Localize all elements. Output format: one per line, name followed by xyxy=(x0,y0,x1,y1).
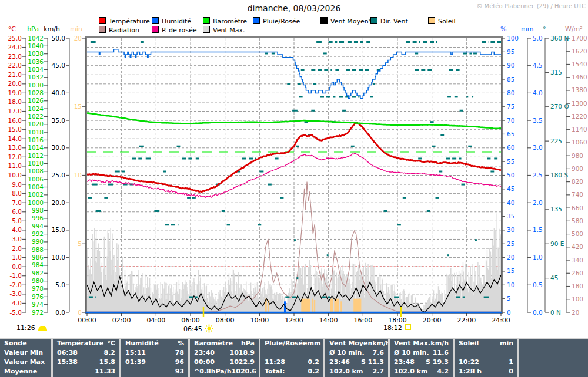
svg-text:35.0: 35.0 xyxy=(52,117,65,124)
svg-text:2.0: 2.0 xyxy=(533,199,543,206)
svg-text:10.0: 10.0 xyxy=(52,254,65,261)
table-col-pluie-ros-e: Pluie/Roséemm11:280.2Total:0.2 xyxy=(260,339,323,377)
col-row-1: 00:001022.9 xyxy=(190,358,259,367)
cell-label: 06:38 xyxy=(57,348,78,358)
svg-text:1032: 1032 xyxy=(28,73,44,80)
svg-text:1034: 1034 xyxy=(28,66,44,73)
svg-text:5: 5 xyxy=(78,240,82,247)
svg-text:0.5: 0.5 xyxy=(533,281,543,288)
svg-text:15: 15 xyxy=(507,267,514,274)
col-row-2: 11.33 xyxy=(53,367,119,376)
svg-text:994: 994 xyxy=(32,223,44,230)
col-header: Température°C xyxy=(53,339,119,348)
svg-text:225: 225 xyxy=(550,137,562,144)
cell-value: 78 xyxy=(175,348,184,358)
axis-unit-kmh: km/h xyxy=(44,25,60,33)
svg-text:10:00: 10:00 xyxy=(250,317,269,324)
row-label-2: Valeur Max xyxy=(0,358,51,367)
cell-label: Soleil xyxy=(459,339,479,348)
col-row-1: 10:221 xyxy=(455,358,517,367)
svg-text:1.5: 1.5 xyxy=(533,226,543,233)
svg-text:974: 974 xyxy=(32,301,44,308)
svg-text:986: 986 xyxy=(32,254,44,261)
col-header: BaromètrehPa xyxy=(190,339,259,348)
svg-text:5.0: 5.0 xyxy=(12,217,22,224)
svg-text:982: 982 xyxy=(32,270,44,277)
svg-text:-4.0: -4.0 xyxy=(10,299,22,307)
col-row-1: 23:46S 11.3 xyxy=(325,358,388,367)
svg-text:-2.0: -2.0 xyxy=(10,281,22,288)
svg-text:12:00: 12:00 xyxy=(285,317,303,324)
axis-direction: 360 N315270 O225180 S13590 E450 N xyxy=(545,35,569,316)
svg-text:15.0: 15.0 xyxy=(52,226,65,233)
svg-text:100: 100 xyxy=(507,35,519,42)
svg-text:978: 978 xyxy=(32,285,44,292)
svg-text:50.0: 50.0 xyxy=(52,35,65,42)
cell-label: Pluie/Rosée xyxy=(265,339,307,348)
table-col-empty xyxy=(519,339,588,377)
svg-text:14.0: 14.0 xyxy=(8,135,22,142)
svg-text:15.0: 15.0 xyxy=(8,126,22,133)
svg-text:1700: 1700 xyxy=(572,35,587,42)
cell-value: 0.2 xyxy=(308,358,320,367)
svg-text:40: 40 xyxy=(507,199,514,206)
svg-text:0: 0 xyxy=(507,309,511,316)
svg-text:0.0: 0.0 xyxy=(55,309,65,316)
axis-sun: 20151050 xyxy=(74,35,86,316)
svg-text:1010: 1010 xyxy=(28,160,44,167)
svg-text:0.0: 0.0 xyxy=(533,309,543,316)
cell-value: 4.2 xyxy=(437,367,449,376)
svg-text:1060: 1060 xyxy=(572,139,587,146)
svg-text:984: 984 xyxy=(32,261,44,268)
svg-text:1014: 1014 xyxy=(28,144,44,151)
col-row-2: 1:28 h0 xyxy=(455,367,517,376)
weather-station-dashboard: dimanche, 08/03/2026 © Météo Plabennec (… xyxy=(0,0,588,377)
sun-icon xyxy=(205,324,213,335)
svg-text:340: 340 xyxy=(572,257,583,264)
svg-text:16:00: 16:00 xyxy=(353,317,372,324)
stats-table: SondeValeur MinValeur MaxMoyenneTempérat… xyxy=(0,338,588,377)
svg-text:13.0: 13.0 xyxy=(8,144,22,151)
cell-label: Ø 10 min. xyxy=(394,348,429,358)
svg-text:30: 30 xyxy=(507,226,514,233)
table-col-vent-moyen: Vent Moyenkm/hØ 10 min.7.623:46S 11.3102… xyxy=(325,339,388,377)
cell-value: 8.2 xyxy=(104,348,116,358)
cell-label: 15:11 xyxy=(125,348,146,358)
cell-value: 0.2 xyxy=(308,367,320,376)
axis-unit-°C: °C xyxy=(8,25,16,33)
svg-text:4.5: 4.5 xyxy=(533,62,543,69)
cell-label: ^0.8hPa/h xyxy=(194,367,232,376)
svg-text:5.0: 5.0 xyxy=(55,281,65,288)
svg-text:1.0: 1.0 xyxy=(12,254,22,261)
svg-text:04:00: 04:00 xyxy=(146,317,165,324)
svg-text:2.0: 2.0 xyxy=(12,245,22,252)
svg-text:45: 45 xyxy=(507,185,514,192)
table-col-soleil: Soleilmin10:2211:28 h0 xyxy=(455,339,517,377)
cell-label: Ø 10 min. xyxy=(329,348,365,358)
cell-value: mm xyxy=(307,339,320,348)
svg-text:3.0: 3.0 xyxy=(533,144,543,151)
axis-pressure: 1042104010381036103410321030102810261024… xyxy=(28,35,48,316)
svg-text:1300: 1300 xyxy=(572,100,587,107)
svg-text:22.0: 22.0 xyxy=(8,62,22,69)
cell-value: 1020.6 xyxy=(232,367,256,376)
col-row-0: Ø 10 min.11.6 xyxy=(390,348,453,358)
table-col-row-labels: SondeValeur MinValeur MaxMoyenne xyxy=(0,339,51,377)
cell-label: Humidité xyxy=(125,339,159,348)
table-col-humidit-: Humidité%15:117801:399693 xyxy=(121,339,188,377)
svg-text:315: 315 xyxy=(550,69,562,76)
svg-text:5.0: 5.0 xyxy=(533,35,543,42)
col-row-0: Ø 10 min.7.6 xyxy=(325,348,388,358)
svg-text:2.5: 2.5 xyxy=(533,171,543,179)
svg-text:580: 580 xyxy=(572,217,583,224)
axis-radiation: 1700162015401460138013001220114010609809… xyxy=(566,35,587,316)
cell-value: S 19.3 xyxy=(426,358,449,367)
weather-chart: 25.024.023.022.021.020.019.018.017.016.0… xyxy=(0,0,588,338)
svg-text:1040: 1040 xyxy=(28,42,44,49)
cell-label: Valeur Max xyxy=(4,358,45,367)
svg-text:1.0: 1.0 xyxy=(533,254,543,261)
svg-text:02:00: 02:00 xyxy=(112,317,131,324)
cell-value: min xyxy=(500,339,513,348)
svg-text:900: 900 xyxy=(572,165,583,172)
svg-text:24:00: 24:00 xyxy=(492,317,510,324)
